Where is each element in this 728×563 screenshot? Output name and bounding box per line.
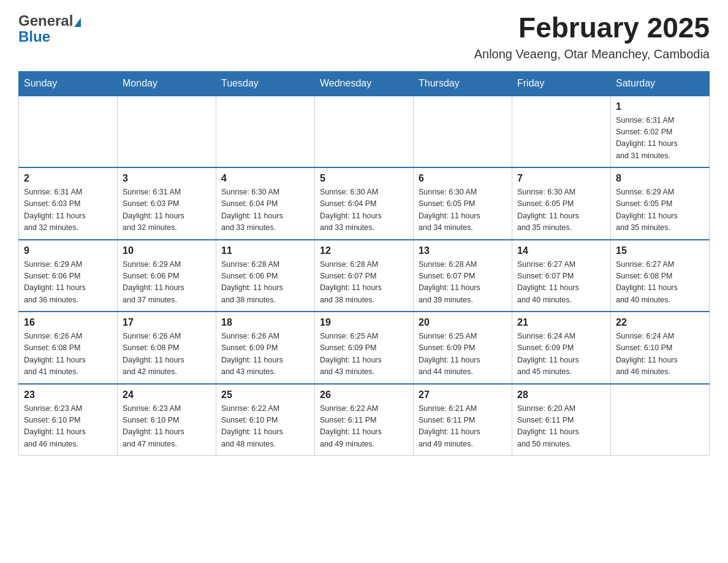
day-number: 25: [221, 389, 309, 400]
day-number: 27: [419, 389, 507, 400]
day-number: 7: [517, 173, 605, 184]
calendar-cell: 22Sunrise: 6:24 AMSunset: 6:10 PMDayligh…: [611, 312, 710, 384]
calendar-cell: 15Sunrise: 6:27 AMSunset: 6:08 PMDayligh…: [611, 240, 710, 312]
day-info: Sunrise: 6:29 AMSunset: 6:06 PMDaylight:…: [24, 259, 112, 307]
calendar-cell: 13Sunrise: 6:28 AMSunset: 6:07 PMDayligh…: [414, 240, 512, 312]
day-number: 26: [320, 389, 408, 400]
day-info: Sunrise: 6:22 AMSunset: 6:10 PMDaylight:…: [221, 403, 309, 451]
day-info: Sunrise: 6:28 AMSunset: 6:07 PMDaylight:…: [320, 259, 408, 307]
calendar-cell: 9Sunrise: 6:29 AMSunset: 6:06 PMDaylight…: [19, 240, 118, 312]
day-number: 17: [123, 317, 211, 328]
day-info: Sunrise: 6:26 AMSunset: 6:09 PMDaylight:…: [221, 331, 309, 378]
logo-triangle-icon: [74, 18, 81, 27]
day-info: Sunrise: 6:23 AMSunset: 6:10 PMDaylight:…: [123, 403, 211, 451]
day-info: Sunrise: 6:30 AMSunset: 6:04 PMDaylight:…: [320, 186, 408, 234]
day-info: Sunrise: 6:25 AMSunset: 6:09 PMDaylight:…: [419, 331, 507, 378]
logo-general: General: [18, 12, 73, 29]
day-info: Sunrise: 6:24 AMSunset: 6:10 PMDaylight:…: [616, 331, 704, 378]
weekday-header-friday: Friday: [512, 71, 611, 96]
week-row-4: 16Sunrise: 6:26 AMSunset: 6:08 PMDayligh…: [19, 312, 710, 384]
day-info: Sunrise: 6:24 AMSunset: 6:09 PMDaylight:…: [517, 331, 605, 378]
calendar-cell: 18Sunrise: 6:26 AMSunset: 6:09 PMDayligh…: [216, 312, 315, 384]
day-number: 2: [24, 173, 112, 184]
day-info: Sunrise: 6:20 AMSunset: 6:11 PMDaylight:…: [517, 403, 605, 451]
calendar-cell: 21Sunrise: 6:24 AMSunset: 6:09 PMDayligh…: [512, 312, 611, 384]
header: General Blue February 2025 Anlong Veaeng…: [18, 12, 710, 61]
calendar-cell: 26Sunrise: 6:22 AMSunset: 6:11 PMDayligh…: [315, 384, 414, 456]
day-info: Sunrise: 6:21 AMSunset: 6:11 PMDaylight:…: [419, 403, 507, 451]
day-info: Sunrise: 6:31 AMSunset: 6:03 PMDaylight:…: [123, 186, 211, 234]
calendar-cell: 4Sunrise: 6:30 AMSunset: 6:04 PMDaylight…: [216, 167, 315, 240]
weekday-header-thursday: Thursday: [414, 71, 512, 96]
day-number: 9: [24, 245, 112, 256]
weekday-header-saturday: Saturday: [611, 71, 710, 96]
day-number: 20: [419, 317, 507, 328]
calendar-cell: 24Sunrise: 6:23 AMSunset: 6:10 PMDayligh…: [118, 384, 216, 456]
day-number: 6: [419, 173, 507, 184]
day-number: 5: [320, 173, 408, 184]
day-info: Sunrise: 6:23 AMSunset: 6:10 PMDaylight:…: [24, 403, 112, 451]
calendar-cell: 11Sunrise: 6:28 AMSunset: 6:06 PMDayligh…: [216, 240, 315, 312]
day-info: Sunrise: 6:29 AMSunset: 6:05 PMDaylight:…: [616, 186, 704, 234]
calendar-cell: 3Sunrise: 6:31 AMSunset: 6:03 PMDaylight…: [118, 167, 216, 240]
day-info: Sunrise: 6:30 AMSunset: 6:04 PMDaylight:…: [221, 186, 309, 234]
weekday-header-monday: Monday: [118, 71, 216, 96]
day-number: 18: [221, 317, 309, 328]
calendar-cell: [118, 96, 216, 168]
day-number: 14: [517, 245, 605, 256]
logo-blue: Blue: [18, 28, 50, 45]
day-number: 3: [123, 173, 211, 184]
weekday-header-wednesday: Wednesday: [315, 71, 414, 96]
calendar-cell: [611, 384, 710, 456]
day-info: Sunrise: 6:27 AMSunset: 6:08 PMDaylight:…: [616, 259, 704, 307]
calendar-cell: 8Sunrise: 6:29 AMSunset: 6:05 PMDaylight…: [611, 167, 710, 240]
weekday-header-tuesday: Tuesday: [216, 71, 315, 96]
calendar-cell: [414, 96, 512, 168]
day-number: 19: [320, 317, 408, 328]
day-info: Sunrise: 6:25 AMSunset: 6:09 PMDaylight:…: [320, 331, 408, 378]
calendar-cell: [315, 96, 414, 168]
day-info: Sunrise: 6:30 AMSunset: 6:05 PMDaylight:…: [517, 186, 605, 234]
day-info: Sunrise: 6:29 AMSunset: 6:06 PMDaylight:…: [123, 259, 211, 307]
day-number: 12: [320, 245, 408, 256]
week-row-1: 1Sunrise: 6:31 AMSunset: 6:02 PMDaylight…: [19, 96, 710, 168]
day-info: Sunrise: 6:28 AMSunset: 6:07 PMDaylight:…: [419, 259, 507, 307]
day-info: Sunrise: 6:22 AMSunset: 6:11 PMDaylight:…: [320, 403, 408, 451]
day-info: Sunrise: 6:30 AMSunset: 6:05 PMDaylight:…: [419, 186, 507, 234]
calendar-cell: 16Sunrise: 6:26 AMSunset: 6:08 PMDayligh…: [19, 312, 118, 384]
day-number: 23: [24, 389, 112, 400]
day-number: 24: [123, 389, 211, 400]
day-number: 22: [616, 317, 704, 328]
day-number: 15: [616, 245, 704, 256]
calendar-cell: 28Sunrise: 6:20 AMSunset: 6:11 PMDayligh…: [512, 384, 611, 456]
day-number: 16: [24, 317, 112, 328]
day-info: Sunrise: 6:31 AMSunset: 6:02 PMDaylight:…: [616, 115, 704, 163]
day-info: Sunrise: 6:26 AMSunset: 6:08 PMDaylight:…: [123, 331, 211, 378]
calendar-cell: 23Sunrise: 6:23 AMSunset: 6:10 PMDayligh…: [19, 384, 118, 456]
day-info: Sunrise: 6:27 AMSunset: 6:07 PMDaylight:…: [517, 259, 605, 307]
day-number: 8: [616, 173, 704, 184]
day-number: 4: [221, 173, 309, 184]
calendar-cell: 19Sunrise: 6:25 AMSunset: 6:09 PMDayligh…: [315, 312, 414, 384]
day-number: 11: [221, 245, 309, 256]
day-number: 28: [517, 389, 605, 400]
calendar-cell: 7Sunrise: 6:30 AMSunset: 6:05 PMDaylight…: [512, 167, 611, 240]
calendar-cell: [512, 96, 611, 168]
calendar-cell: 2Sunrise: 6:31 AMSunset: 6:03 PMDaylight…: [19, 167, 118, 240]
day-number: 10: [123, 245, 211, 256]
day-number: 13: [419, 245, 507, 256]
calendar-cell: 25Sunrise: 6:22 AMSunset: 6:10 PMDayligh…: [216, 384, 315, 456]
calendar-cell: [19, 96, 118, 168]
calendar-cell: 14Sunrise: 6:27 AMSunset: 6:07 PMDayligh…: [512, 240, 611, 312]
title-area: February 2025 Anlong Veaeng, Otar Meanch…: [474, 12, 710, 61]
logo: General Blue: [18, 12, 82, 45]
calendar-cell: 6Sunrise: 6:30 AMSunset: 6:05 PMDaylight…: [414, 167, 512, 240]
month-title: February 2025: [474, 12, 710, 44]
day-info: Sunrise: 6:31 AMSunset: 6:03 PMDaylight:…: [24, 186, 112, 234]
week-row-2: 2Sunrise: 6:31 AMSunset: 6:03 PMDaylight…: [19, 167, 710, 240]
week-row-3: 9Sunrise: 6:29 AMSunset: 6:06 PMDaylight…: [19, 240, 710, 312]
calendar-cell: 10Sunrise: 6:29 AMSunset: 6:06 PMDayligh…: [118, 240, 216, 312]
location-title: Anlong Veaeng, Otar Meanchey, Cambodia: [474, 47, 710, 61]
calendar-cell: [216, 96, 315, 168]
day-number: 21: [517, 317, 605, 328]
